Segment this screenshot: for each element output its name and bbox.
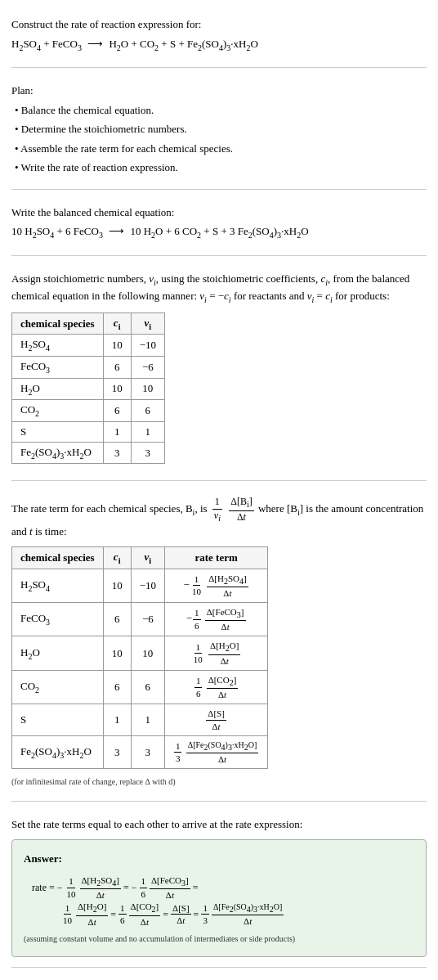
species-fe2so43: Fe2(SO4)3·xH2O	[12, 442, 104, 464]
rate-expression: rate = − 1 10 Δ[H2SO4] Δt = − 1 6 Δ[FeCO	[24, 874, 414, 928]
c-h2o: 10	[103, 378, 131, 400]
c-h2so4: 10	[103, 335, 131, 357]
header-reaction: H2SO4 + FeCO3 ⟶ H2O + CO2 + S + Fe2(SO4)…	[11, 36, 427, 55]
answer-intro: Set the rate terms equal to each other t…	[11, 816, 427, 833]
rt-v-fe2so43: 3	[131, 736, 164, 769]
table-row: CO2 6 6 1 6 Δ[CO2] Δt	[12, 670, 268, 704]
rate-label-text: rate =	[32, 878, 55, 897]
c-co2: 6	[103, 400, 131, 422]
rt-v-s: 1	[131, 704, 164, 736]
rt-term-co2: 1 6 Δ[CO2] Δt	[164, 670, 267, 704]
v-co2: 6	[131, 400, 164, 422]
plan-step-3: Assemble the rate term for each chemical…	[15, 141, 427, 157]
rate-table-footnote: (for infinitesimal rate of change, repla…	[11, 775, 427, 788]
rate-term-section: The rate term for each chemical species,…	[11, 488, 427, 802]
table-row: Fe2(SO4)3·xH2O 3 3 1 3 Δ[Fe2(SO4)3·xH2O]…	[12, 736, 268, 769]
stoich-table: chemical species ci νi H2SO4 10 −10 FeCO…	[11, 312, 165, 465]
table-row: S 1 1 Δ[S] Δt	[12, 704, 268, 736]
rt-term-s: Δ[S] Δt	[164, 704, 267, 736]
plan-steps: Balance the chemical equation. Determine…	[11, 102, 427, 176]
rate-col-v: νi	[131, 546, 164, 569]
minus-sign-2: −	[132, 878, 137, 897]
table-row: FeCO3 6 −6 − 1 6 Δ[FeCO3] Δt	[12, 603, 268, 636]
species-feco3: FeCO3	[12, 357, 104, 379]
rt-species-co2: CO2	[12, 670, 104, 704]
rate-col-species: chemical species	[12, 546, 104, 569]
plan-step-2: Determine the stoichiometric numbers.	[15, 121, 427, 137]
answer-box: Answer: rate = − 1 10 Δ[H2SO4] Δt = − 1	[11, 839, 427, 957]
species-s: S	[12, 421, 104, 442]
rt-term-h2o: 1 10 Δ[H2O] Δt	[164, 636, 267, 670]
species-h2o: H2O	[12, 378, 104, 400]
c-fe2so43: 3	[103, 442, 131, 464]
rt-species-h2o: H2O	[12, 636, 104, 670]
balanced-section: Write the balanced chemical equation: 10…	[11, 196, 427, 256]
eq-sign-1: =	[123, 878, 129, 897]
v-feco3: −6	[131, 357, 164, 379]
plan-step-1: Balance the chemical equation.	[15, 102, 427, 119]
rt-v-feco3: −6	[131, 603, 164, 636]
rt-term-feco3: − 1 6 Δ[FeCO3] Δt	[164, 603, 267, 636]
stoich-col-v: νi	[131, 312, 164, 335]
answer-note: (assuming constant volume and no accumul…	[24, 933, 414, 945]
rt-term-fe2so43: 1 3 Δ[Fe2(SO4)3·xH2O] Δt	[164, 736, 267, 769]
eq-sign-5: =	[194, 905, 199, 924]
rate-line-2: 1 10 Δ[H2O] Δt = 1 6 Δ[CO2] Δt =	[32, 901, 414, 927]
v-h2o: 10	[131, 378, 164, 400]
v-h2so4: −10	[131, 335, 164, 357]
rt-species-feco3: FeCO3	[12, 603, 104, 636]
table-row: H2O 10 10 1 10 Δ[H2O] Δt	[12, 636, 268, 670]
plan-label: Plan:	[11, 83, 427, 99]
rate-table: chemical species ci νi rate term H2SO4 1…	[11, 546, 268, 769]
table-row: H2SO4 10 −10 − 1 10 Δ[H2SO4] Δt	[12, 569, 268, 602]
rt-c-fe2so43: 3	[103, 736, 131, 769]
stoich-col-species: chemical species	[12, 312, 104, 335]
rt-v-co2: 6	[131, 670, 164, 704]
rt-species-h2so4: H2SO4	[12, 569, 104, 602]
balanced-equation: 10 H2SO4 + 6 FeCO3 ⟶ 10 H2O + 6 CO2 + S …	[11, 223, 427, 242]
eq-sign-3: =	[110, 905, 116, 924]
rt-species-s: S	[12, 704, 104, 736]
rate-term-intro: The rate term for each chemical species,…	[11, 496, 427, 539]
stoich-intro: Assign stoichiometric numbers, νi, using…	[11, 271, 427, 306]
rt-v-h2o: 10	[131, 636, 164, 670]
rt-c-h2so4: 10	[103, 569, 131, 602]
balanced-label: Write the balanced chemical equation:	[11, 205, 427, 221]
minus-sign-1: −	[57, 878, 63, 897]
answer-label: Answer:	[24, 848, 414, 870]
species-co2: CO2	[12, 400, 104, 422]
v-s: 1	[131, 421, 164, 442]
rate-line-1: rate = − 1 10 Δ[H2SO4] Δt = − 1 6 Δ[FeCO	[32, 874, 414, 901]
c-feco3: 6	[103, 357, 131, 379]
table-row: FeCO3 6 −6	[12, 357, 165, 379]
rt-c-feco3: 6	[103, 603, 131, 636]
rt-c-h2o: 10	[103, 636, 131, 670]
plan-step-4: Write the rate of reaction expression.	[15, 160, 427, 176]
plan-section: Plan: Balance the chemical equation. Det…	[11, 74, 427, 190]
table-row: Fe2(SO4)3·xH2O 3 3	[12, 442, 165, 464]
answer-section: Set the rate terms equal to each other t…	[11, 808, 427, 967]
header-title: Construct the rate of reaction expressio…	[11, 16, 427, 33]
rate-col-term: rate term	[164, 546, 267, 569]
v-fe2so43: 3	[131, 442, 164, 464]
stoich-section: Assign stoichiometric numbers, νi, using…	[11, 263, 427, 482]
stoich-col-c: ci	[103, 312, 131, 335]
rt-c-co2: 6	[103, 670, 131, 704]
rt-term-h2so4: − 1 10 Δ[H2SO4] Δt	[164, 569, 267, 602]
table-row: H2O 10 10	[12, 378, 165, 400]
header-section: Construct the rate of reaction expressio…	[11, 8, 427, 68]
table-row: CO2 6 6	[12, 400, 165, 422]
rt-c-s: 1	[103, 704, 131, 736]
rt-v-h2so4: −10	[131, 569, 164, 602]
table-row: S 1 1	[12, 421, 165, 442]
table-row: H2SO4 10 −10	[12, 335, 165, 357]
eq-sign-2: =	[193, 878, 199, 897]
species-h2so4: H2SO4	[12, 335, 104, 357]
eq-sign-4: =	[163, 905, 168, 924]
rt-species-fe2so43: Fe2(SO4)3·xH2O	[12, 736, 104, 769]
c-s: 1	[103, 421, 131, 442]
rate-col-c: ci	[103, 546, 131, 569]
